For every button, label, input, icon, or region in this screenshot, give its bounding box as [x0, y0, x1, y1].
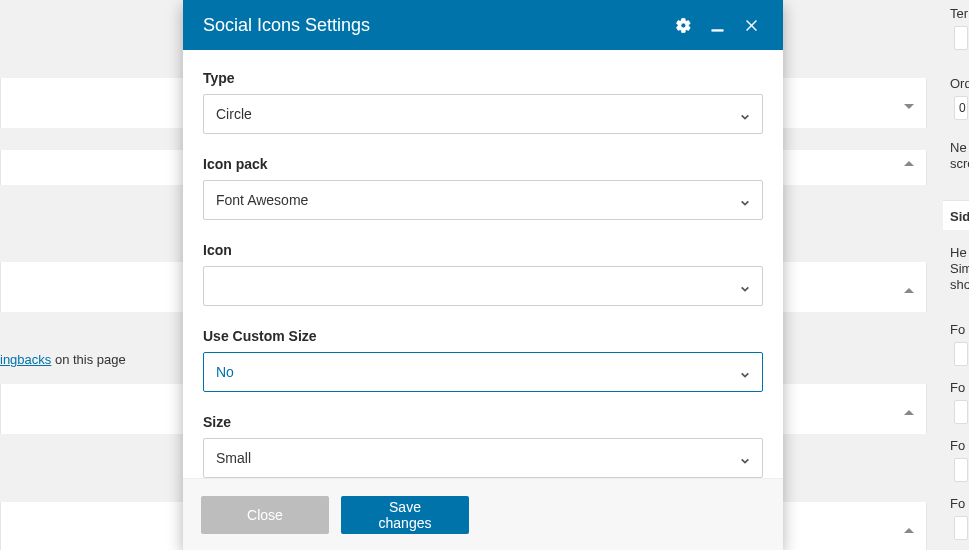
chevron-up-icon[interactable] [904, 410, 914, 415]
save-button[interactable]: Save changes [341, 496, 469, 534]
chevron-down-icon [740, 109, 750, 119]
size-label: Size [203, 414, 763, 430]
size-select[interactable]: Small [203, 438, 763, 478]
field-use-custom-size: Use Custom Size No [203, 328, 763, 392]
icon-select[interactable] [203, 266, 763, 306]
chevron-down-icon [740, 195, 750, 205]
side-label: Ter [950, 6, 968, 21]
icon-label: Icon [203, 242, 763, 258]
type-value: Circle [216, 106, 252, 122]
icon-pack-value: Font Awesome [216, 192, 308, 208]
side-section-header: Sid [943, 200, 969, 230]
chevron-up-icon[interactable] [904, 161, 914, 166]
side-input[interactable] [954, 458, 968, 482]
modal-header: Social Icons Settings [183, 0, 783, 50]
chevron-down-icon [740, 367, 750, 377]
type-select[interactable]: Circle [203, 94, 763, 134]
field-type: Type Circle [203, 70, 763, 134]
side-label: Ne [950, 140, 967, 155]
chevron-down-icon [740, 453, 750, 463]
use-custom-size-label: Use Custom Size [203, 328, 763, 344]
side-label: sho [950, 277, 969, 292]
modal-body: Type Circle Icon pack Font Awesome Icon … [183, 50, 783, 478]
close-button[interactable]: Close [201, 496, 329, 534]
side-input[interactable]: 0 [954, 96, 968, 120]
chevron-up-icon[interactable] [904, 288, 914, 293]
side-input[interactable] [954, 400, 968, 424]
side-label: scre [950, 156, 969, 171]
use-custom-size-select[interactable]: No [203, 352, 763, 392]
modal-footer: Close Save changes [183, 478, 783, 550]
pingbacks-text: ingbacks on this page [0, 352, 126, 367]
chevron-down-icon [740, 281, 750, 291]
minimize-icon[interactable] [705, 13, 729, 37]
side-label: Fo [950, 322, 965, 337]
close-icon[interactable] [739, 13, 763, 37]
use-custom-size-value: No [216, 364, 234, 380]
size-value: Small [216, 450, 251, 466]
chevron-up-icon[interactable] [904, 528, 914, 533]
icon-pack-select[interactable]: Font Awesome [203, 180, 763, 220]
type-label: Type [203, 70, 763, 86]
field-size: Size Small [203, 414, 763, 478]
pingbacks-link[interactable]: ingbacks [0, 352, 51, 367]
chevron-down-icon[interactable] [904, 104, 914, 109]
side-label: Fo [950, 496, 965, 511]
field-icon-pack: Icon pack Font Awesome [203, 156, 763, 220]
side-input[interactable] [954, 342, 968, 366]
side-label: Fo [950, 380, 965, 395]
side-label: Ord [950, 76, 969, 91]
side-input[interactable] [954, 26, 968, 50]
icon-pack-label: Icon pack [203, 156, 763, 172]
side-label: Fo [950, 438, 965, 453]
field-icon: Icon [203, 242, 763, 306]
side-label: He [950, 245, 967, 260]
gear-icon[interactable] [671, 13, 695, 37]
settings-modal: Social Icons Settings Type Circle Icon p… [183, 0, 783, 550]
svg-rect-0 [711, 29, 722, 30]
side-input[interactable] [954, 516, 968, 540]
modal-title: Social Icons Settings [203, 15, 661, 36]
side-label: Sim [950, 261, 969, 276]
